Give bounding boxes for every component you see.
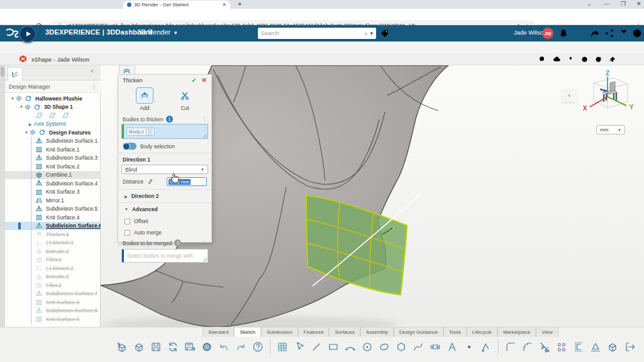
exit-sketch-icon[interactable] (623, 340, 636, 354)
tree-item-mirror-1[interactable]: Mirror.1 (5, 196, 101, 205)
search-scope-chevron-icon[interactable]: ▾ (370, 30, 373, 36)
tree-node-3d-shape[interactable]: ▼3D Shape 1 (5, 103, 101, 112)
notifications-bell-icon[interactable] (558, 28, 569, 38)
settings-icon[interactable] (200, 340, 214, 354)
toolbar-tab-tools[interactable]: Tools (443, 327, 467, 337)
line-icon[interactable] (309, 340, 323, 354)
expand-caret-icon[interactable]: ▼ (19, 105, 24, 109)
dialog-tab[interactable] (119, 65, 135, 75)
cloud-icon[interactable] (553, 55, 561, 63)
toolbar-tab-surfaces[interactable]: Surfaces (329, 327, 360, 337)
constraint-icon[interactable] (589, 340, 602, 354)
collapsed-caret-icon[interactable]: ▶ (28, 122, 33, 126)
toolbar-tab-assembly[interactable]: Assembly (360, 327, 394, 337)
help-icon[interactable] (251, 340, 265, 354)
tree-item-subdivision-surface-4[interactable]: Subdivision Surface.4 (5, 179, 101, 188)
flip-direction-icon[interactable] (147, 178, 154, 185)
tree-item-thicken-1[interactable]: Thicken.1 (5, 230, 101, 239)
toolbar-tab-view[interactable]: View (536, 327, 558, 337)
arc-icon[interactable] (343, 340, 357, 354)
app-search-icon[interactable] (538, 55, 547, 63)
app-refresh-icon[interactable] (594, 55, 602, 63)
tree-item--sketch-2[interactable]: (-) Sketch.2 (5, 264, 101, 273)
app-help-icon[interactable] (567, 55, 575, 63)
sketch-pick-icon[interactable] (292, 340, 306, 354)
app-context-switcher[interactable]: 3D Render▼ (137, 28, 178, 36)
tree-tab[interactable] (8, 67, 23, 80)
tree-node-axis-systems[interactable]: ▶Axis Systems (5, 120, 101, 129)
app-close-icon[interactable] (623, 55, 631, 63)
spline-icon[interactable] (411, 340, 425, 354)
merge-field-menu-icon[interactable]: ⋮ (202, 240, 207, 246)
direction2-section[interactable]: ▶ Direction 2 (118, 189, 211, 202)
tree-item-subdivision-surface-3[interactable]: Subdivision Surface.3 (5, 154, 101, 163)
apps-launcher-icon[interactable] (619, 28, 629, 38)
window-minimize-button[interactable]: — (604, 1, 609, 7)
resize-handle[interactable] (203, 134, 207, 138)
tree-item-subdivision-surface-1[interactable]: Subdivision Surface.1 (5, 137, 101, 146)
polygon-icon[interactable] (394, 340, 408, 354)
body-chip[interactable]: Body.1 ✕ (126, 128, 155, 136)
toolbar-tab-sketch[interactable]: Sketch (234, 327, 260, 337)
circle-icon[interactable] (360, 340, 374, 354)
expand-caret-icon[interactable]: ▼ (10, 97, 15, 101)
units-dropdown[interactable]: mm ▼ (596, 125, 625, 134)
plane-xy-icon[interactable] (35, 112, 43, 119)
left-scrollbar-thumb[interactable] (1, 67, 4, 77)
share-nodes-icon[interactable] (604, 28, 614, 38)
add-content-icon[interactable] (574, 28, 584, 38)
panel-collapse-chevron[interactable]: ‹ (562, 89, 577, 102)
toolbar-tab-standard[interactable]: Standard (203, 327, 234, 337)
polyline-icon[interactable] (479, 340, 493, 354)
tree-item-subdivision-surface-5[interactable]: Subdivision Surface.5 (5, 205, 101, 214)
toolbar-tab-subdivision[interactable]: Subdivision (261, 327, 298, 337)
cancel-x-icon[interactable]: ✕ (202, 77, 207, 84)
bodies-selection-field[interactable]: Body.1 ✕ (121, 124, 208, 139)
profile-chevron-icon[interactable]: ⌄ (587, 1, 592, 7)
advanced-section[interactable]: ▼ Advanced (118, 202, 211, 216)
app-pin-icon[interactable] (608, 55, 616, 63)
mode-cut[interactable]: Cut (176, 87, 194, 111)
window-maximize-button[interactable]: ❐ (621, 1, 626, 7)
insert-geometry-icon[interactable] (115, 340, 129, 354)
tree-item-knit-surface-4[interactable]: Knit Surface.4 (5, 213, 101, 222)
point-icon[interactable] (462, 340, 476, 354)
corner-icon[interactable] (504, 340, 518, 354)
rectangle-icon[interactable] (326, 340, 340, 354)
plane-yz-icon[interactable] (48, 112, 57, 119)
duplicate-icon[interactable]: D DD D (555, 340, 569, 354)
text-tool-icon[interactable] (445, 340, 459, 354)
view-cube[interactable]: Z X Y (579, 69, 636, 122)
toolbar-tab-marketplace[interactable]: Marketplace (497, 327, 536, 337)
offset-checkbox[interactable] (125, 219, 130, 224)
open-part-icon[interactable] (132, 340, 146, 354)
chip-remove-icon[interactable]: ✕ (146, 129, 152, 134)
toolbar-tab-design-guidance[interactable]: Design Guidance (394, 327, 443, 337)
mode-add[interactable]: Add (136, 87, 153, 111)
fillet-arc-icon[interactable] (521, 340, 535, 354)
tag-icon[interactable] (380, 29, 390, 39)
toolbar-tab-features[interactable]: Features (298, 327, 330, 337)
undo-icon[interactable] (217, 340, 231, 354)
new-tab-button[interactable]: + (238, 0, 242, 8)
slot-icon[interactable] (428, 340, 442, 354)
auto-merge-checkbox[interactable] (125, 230, 130, 236)
tree-item-knit-surface-5[interactable]: Knit Surface.5 (5, 298, 101, 307)
tree-item-knit-surface-1[interactable]: Knit Surface.1 (5, 145, 101, 154)
window-close-button[interactable]: ✕ (636, 1, 641, 7)
tree-item-extrude-1[interactable]: Extrude.1 (5, 247, 101, 256)
sketch-grid-icon[interactable] (275, 340, 289, 354)
plane-zx-icon[interactable] (62, 112, 70, 119)
compass-icon[interactable] (19, 25, 36, 43)
tree-item-extrude-2[interactable]: Extrude.2 (5, 273, 101, 282)
share-arrow-icon[interactable] (590, 28, 600, 38)
expand-caret-icon[interactable]: ▼ (24, 131, 29, 134)
tree-collapse-chevron[interactable]: < (91, 68, 94, 74)
tab-close-icon[interactable]: ✕ (222, 2, 226, 8)
model-sync-icon[interactable] (166, 340, 180, 354)
tree-item-knit-surface-6[interactable]: Knit Surface.6 (5, 315, 101, 324)
tree-node-planes[interactable] (5, 111, 101, 120)
tree-item-subdivision-surface-7[interactable]: Subdivision Surface.7 (5, 290, 101, 299)
tree-item-subdivision-surface-6[interactable]: Subdivision Surface.6 (5, 222, 101, 231)
tree-node-root[interactable]: ▼Halloween Plushie (5, 94, 101, 103)
